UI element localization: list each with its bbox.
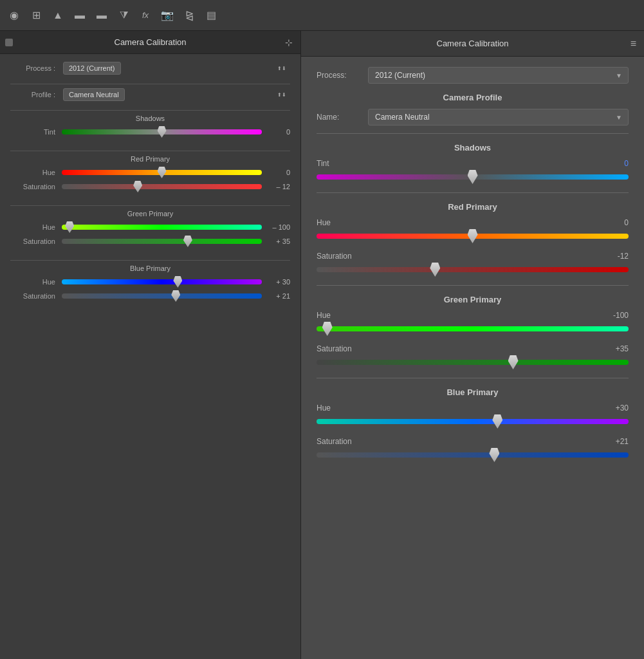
right-red-title: Red Primary — [317, 202, 629, 212]
right-green-sat-track — [317, 360, 629, 365]
left-blue-hue-label: Hue — [10, 278, 55, 286]
left-green-title: Green Primary — [10, 210, 290, 218]
left-green-hue-label: Hue — [10, 223, 55, 231]
right-red-sat-block: Saturation -12 — [317, 252, 629, 276]
icon-list[interactable]: ▤ — [202, 6, 220, 24]
right-panel-title: Camera Calibration — [437, 39, 509, 48]
left-red-sat-track — [62, 184, 262, 189]
right-name-label: Name: — [317, 113, 368, 122]
icon-fx[interactable]: fx — [136, 6, 154, 24]
left-process-label: Process : — [10, 64, 55, 72]
right-green-sat-slider[interactable] — [317, 356, 629, 369]
right-red-hue-block: Hue 0 — [317, 218, 629, 243]
right-green-hue-thumb[interactable] — [322, 322, 333, 336]
icon-histogram[interactable]: ◉ — [5, 6, 23, 24]
right-green-sat-value: +35 — [616, 344, 629, 353]
right-name-select[interactable]: Camera Neutral — [368, 109, 629, 125]
right-green-hue-label: Hue — [317, 311, 331, 320]
right-green-hue-value: -100 — [613, 311, 629, 320]
right-blue-sat-thumb[interactable] — [489, 448, 499, 462]
left-red-sat-row: Saturation – 12 — [10, 181, 290, 192]
icon-detail[interactable]: ▬ — [93, 6, 111, 24]
left-panel-header: Camera Calibration ⊹ — [0, 31, 300, 54]
left-green-hue-slider[interactable] — [62, 221, 262, 233]
right-blue-title: Blue Primary — [317, 387, 629, 397]
right-divider-2 — [317, 192, 629, 193]
right-red-hue-label: Hue — [317, 218, 331, 227]
right-blue-hue-label: Hue — [317, 404, 331, 413]
left-divider-1 — [10, 84, 290, 84]
left-blue-sat-track — [62, 293, 262, 299]
right-red-sat-thumb[interactable] — [430, 263, 440, 277]
left-process-select[interactable]: 2012 (Current) — [63, 62, 121, 75]
left-red-title: Red Primary — [10, 155, 290, 163]
right-tint-slider[interactable] — [317, 171, 629, 183]
right-divider-3 — [317, 285, 629, 286]
left-red-hue-value: 0 — [267, 169, 290, 176]
left-green-hue-thumb[interactable] — [65, 221, 74, 233]
left-green-hue-value: – 100 — [267, 223, 290, 231]
left-green-sat-track — [62, 239, 262, 244]
left-blue-sat-thumb[interactable] — [171, 290, 180, 302]
left-blue-hue-thumb[interactable] — [173, 276, 182, 288]
right-green-sat-header: Saturation +35 — [317, 344, 629, 353]
left-red-sat-thumb[interactable] — [133, 181, 142, 192]
icon-camera[interactable]: 📷 — [158, 6, 176, 24]
left-red-hue-row: Hue 0 — [10, 167, 290, 178]
right-blue-sat-value: +21 — [616, 437, 629, 446]
icon-grid[interactable]: ⊞ — [27, 6, 45, 24]
left-divider-2 — [10, 110, 290, 111]
right-tint-thumb[interactable] — [468, 170, 478, 184]
right-tint-label: Tint — [317, 159, 329, 168]
left-profile-select[interactable]: Camera Neutral — [63, 88, 125, 101]
right-panel-content: Process: 2012 (Current) Camera Profile N… — [301, 57, 644, 659]
left-green-hue-row: Hue – 100 — [10, 221, 290, 233]
left-green-sat-row: Saturation + 35 — [10, 236, 290, 247]
top-toolbar: ◉ ⊞ ▲ ▬ ▬ ⧩ fx 📷 ⧎ ▤ — [0, 0, 644, 31]
left-green-sat-slider[interactable] — [62, 236, 262, 247]
window-button[interactable] — [5, 39, 13, 46]
left-tint-thumb[interactable] — [158, 126, 167, 138]
icon-curves[interactable]: ▬ — [71, 6, 89, 24]
right-green-hue-slider[interactable] — [317, 322, 629, 335]
panel-menu-icon[interactable]: ⊹ — [285, 37, 293, 48]
right-panel-menu-icon[interactable]: ≡ — [630, 38, 636, 50]
left-tint-slider[interactable] — [62, 126, 262, 138]
left-green-sat-label: Saturation — [10, 237, 55, 245]
icon-lens[interactable]: ⧎ — [180, 6, 198, 24]
left-green-hue-track — [62, 225, 262, 230]
right-blue-sat-slider[interactable] — [317, 449, 629, 461]
right-blue-hue-slider[interactable] — [317, 415, 629, 428]
left-tint-value: 0 — [267, 128, 290, 136]
left-blue-hue-track — [62, 279, 262, 284]
left-blue-hue-row: Hue + 30 — [10, 276, 290, 288]
right-green-sat-thumb[interactable] — [508, 355, 519, 369]
left-red-hue-thumb[interactable] — [158, 167, 167, 178]
left-green-sat-thumb[interactable] — [183, 236, 192, 247]
right-process-select[interactable]: 2012 (Current) — [368, 67, 629, 84]
left-shadows-title: Shadows — [10, 115, 290, 122]
icon-mountain[interactable]: ▲ — [49, 6, 67, 24]
right-red-sat-track — [317, 267, 629, 272]
right-blue-hue-thumb[interactable] — [492, 414, 502, 429]
right-blue-hue-value: +30 — [616, 404, 629, 413]
right-blue-sat-header: Saturation +21 — [317, 437, 629, 446]
left-blue-sat-value: + 21 — [267, 292, 290, 300]
left-blue-hue-value: + 30 — [267, 278, 290, 286]
left-blue-hue-slider[interactable] — [62, 276, 262, 288]
right-red-hue-thumb[interactable] — [468, 229, 478, 243]
right-shadows-title: Shadows — [317, 143, 629, 153]
left-profile-label: Profile : — [10, 91, 55, 98]
right-red-hue-slider[interactable] — [317, 230, 629, 243]
left-red-sat-slider[interactable] — [62, 181, 262, 192]
left-blue-sat-slider[interactable] — [62, 290, 262, 302]
right-green-hue-block: Hue -100 — [317, 311, 629, 335]
right-blue-hue-block: Hue +30 — [317, 404, 629, 428]
right-blue-sat-block: Saturation +21 — [317, 437, 629, 461]
right-red-hue-header: Hue 0 — [317, 218, 629, 227]
left-red-hue-slider[interactable] — [62, 167, 262, 178]
right-process-select-wrap: 2012 (Current) — [368, 67, 629, 84]
right-red-sat-slider[interactable] — [317, 263, 629, 276]
right-process-label: Process: — [317, 71, 368, 80]
icon-hsl[interactable]: ⧩ — [115, 6, 133, 24]
